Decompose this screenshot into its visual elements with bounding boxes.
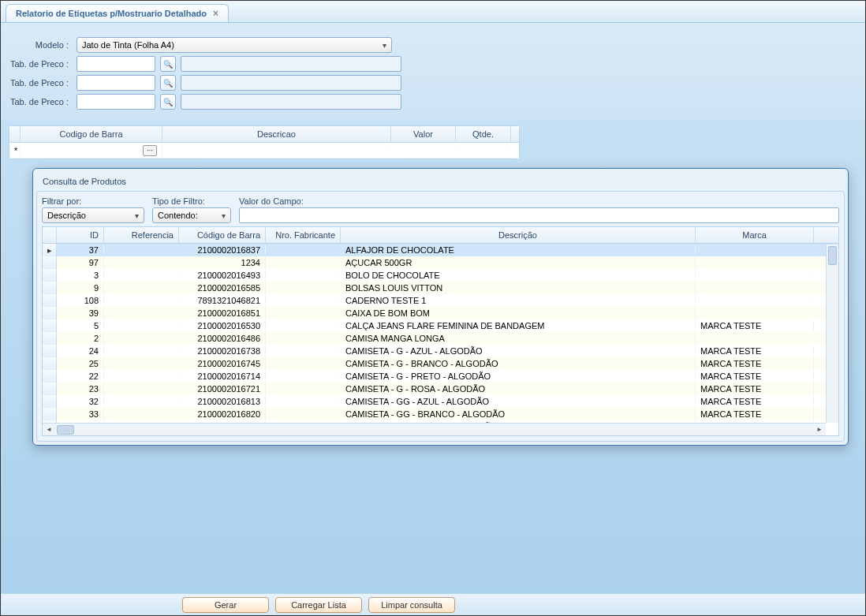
valor-campo-input[interactable] [239,207,839,223]
lookup-button-1[interactable]: 🔍 [160,56,176,72]
cell-fab [266,388,341,390]
modelo-combo[interactable]: Jato de Tinta (Folha A4) [77,37,392,53]
tab-preco-input-2[interactable] [77,75,155,91]
cell-cod: 2100002016714 [179,371,266,382]
cell-cod: 7891321046821 [179,295,266,306]
tab-preco-label-3: Tab. de Preco : [9,97,72,106]
col-marca[interactable]: Marca [696,227,814,243]
tab-preco-display-2 [181,75,401,91]
cell-fab [266,375,341,377]
cell-cod: 2100002016851 [179,308,266,319]
cell-ref [104,262,179,263]
table-row[interactable]: ▸372100002016837ALFAJOR DE CHOCOLATE [43,244,838,256]
qtde-cell[interactable] [456,149,511,152]
cell-desc: CAMISETA - G - AZUL - ALGODÃO [341,345,696,357]
col-descricao2[interactable]: Descrição [341,227,696,243]
cell-ref [104,287,179,289]
col-referencia[interactable]: Referencia [104,227,179,243]
table-row[interactable]: 392100002016851CAIXA DE BOM BOM [43,307,838,319]
cell-cod: 2100002016530 [179,320,266,331]
modelo-label: Modelo : [9,40,72,50]
ellipsis-icon[interactable]: ⋯ [143,145,157,156]
table-row[interactable]: 22100002016486CAMISA MANGA LONGA [43,332,838,345]
tipo-filtro-combo[interactable]: Contendo: [152,207,231,223]
new-row-indicator: * [9,144,21,157]
cell-fab [266,413,341,415]
top-grid-header: Codigo de Barra Descricao Valor Qtde. [9,126,519,143]
table-row[interactable]: 322100002016813CAMISETA - GG - AZUL - AL… [43,395,838,408]
tab-preco-input-1[interactable] [77,56,155,72]
table-row[interactable]: 52100002016530CALÇA JEANS FLARE FEMININA… [43,319,838,332]
row-indicator [43,332,57,345]
tipo-filtro-value: Contendo: [158,211,198,220]
col-valor[interactable]: Valor [391,126,456,142]
cell-ref [104,338,179,339]
row-indicator [43,345,57,357]
filtrar-por-label: Filtrar por: [42,196,144,206]
cell-marca [696,249,814,251]
cell-fab [266,274,341,276]
cell-marca: MARCA TESTE [696,371,814,382]
cell-desc: CALÇA JEANS FLARE FEMININA DE BANDAGEM [341,320,696,331]
gerar-button[interactable]: Gerar [182,597,269,613]
table-row[interactable]: 332100002016820CAMISETA - GG - BRANCO - … [43,408,838,420]
tab-preco-input-3[interactable] [77,94,155,110]
cell-id: 97 [57,257,104,268]
cell-cod: 2100002016585 [179,282,266,293]
table-row[interactable]: 252100002016745CAMISETA - G - BRANCO - A… [43,357,838,370]
carregar-lista-button[interactable]: Carregar Lista [275,597,362,613]
cell-ref [104,401,179,402]
row-indicator: ▸ [43,244,57,256]
tab-title: Relatorio de Etiquetas p/Mostruario Deta… [16,9,207,18]
vertical-scrollbar[interactable] [826,245,838,423]
cell-cod: 2100002016837 [179,245,266,256]
hscroll-left-icon[interactable]: ◄ [43,424,55,435]
table-row[interactable]: 232100002016721CAMISETA - G - ROSA - ALG… [43,383,838,395]
tab-report[interactable]: Relatorio de Etiquetas p/Mostruario Deta… [6,4,229,22]
modelo-value: Jato de Tinta (Folha A4) [82,40,174,50]
table-row[interactable]: 32100002016493BOLO DE CHOCOLATE [43,269,838,282]
col-descricao[interactable]: Descricao [162,126,391,142]
table-row[interactable]: 222100002016714CAMISETA - G - PRETO - AL… [43,370,838,383]
cell-desc: BOLSAS LOUIS VITTON [341,282,696,293]
col-qtde[interactable]: Qtde. [456,126,511,142]
cell-cod: 2100002016738 [179,345,266,357]
cell-cod: 2100002016813 [179,396,266,407]
hscroll-thumb[interactable] [57,425,74,435]
limpar-consulta-button[interactable]: Limpar consulta [368,597,455,613]
products-grid-header: ID Referencia Código de Barra Nro. Fabri… [43,227,838,244]
descricao-cell[interactable] [162,149,391,152]
cell-fab [266,300,341,301]
form-area: Modelo : Jato de Tinta (Folha A4) Tab. d… [1,23,865,121]
table-row[interactable]: 971234AÇUCAR 500GR [43,256,838,269]
grid-indicator-header [9,126,21,142]
lookup-button-2[interactable]: 🔍 [160,75,176,91]
row-indicator [43,269,57,282]
valor-cell[interactable] [391,149,456,152]
vscroll-thumb[interactable] [828,246,837,265]
cell-marca [696,262,814,263]
consulta-dialog: Consulta de Produtos Filtrar por: Descri… [32,168,849,446]
hscroll-right-icon[interactable]: ► [813,424,826,435]
col-fabricante[interactable]: Nro. Fabricante [266,227,341,243]
col-codigo-barra[interactable]: Código de Barra [179,227,266,243]
products-grid-body: ▸372100002016837ALFAJOR DE CHOCOLATE9712… [43,244,838,433]
row-indicator [43,395,57,408]
table-row[interactable]: 92100002016585BOLSAS LOUIS VITTON [43,282,838,294]
horizontal-scrollbar[interactable]: ◄ ► [43,423,826,435]
row-indicator [43,408,57,420]
col-id[interactable]: ID [57,227,104,243]
cell-marca: MARCA TESTE [696,409,814,420]
close-icon[interactable]: × [213,8,218,19]
filtrar-por-combo[interactable]: Descrição [42,207,144,223]
cell-desc: ALFAJOR DE CHOCOLATE [341,245,696,256]
col-codigo[interactable]: Codigo de Barra [21,126,162,142]
table-row[interactable]: 242100002016738CAMISETA - G - AZUL - ALG… [43,345,838,357]
cell-desc: CAMISETA - G - PRETO - ALGODÃO [341,371,696,382]
table-row[interactable]: 1087891321046821CADERNO TESTE 1 [43,294,838,307]
lookup-button-3[interactable]: 🔍 [160,94,176,110]
codigo-cell[interactable]: ⋯ [21,144,162,158]
row-indicator [43,282,57,294]
cell-id: 3 [57,270,104,281]
grid-new-row[interactable]: * ⋯ [9,143,519,159]
